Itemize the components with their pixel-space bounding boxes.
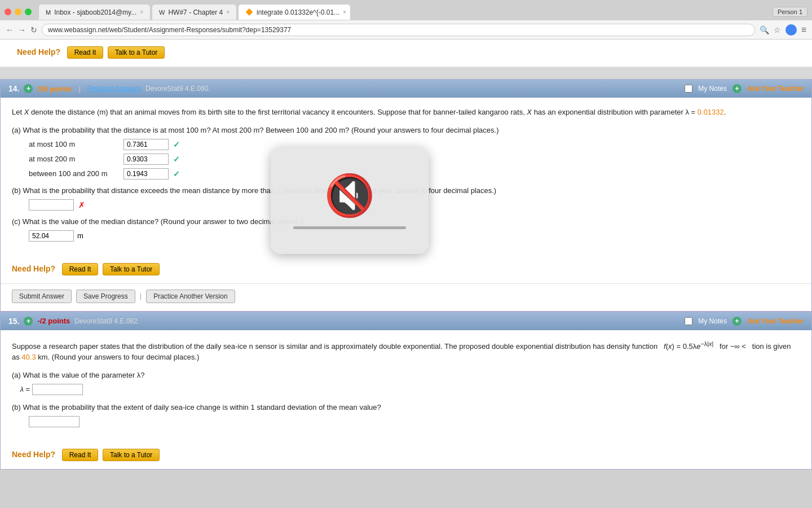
tab-favicon-inbox: M	[46, 9, 51, 16]
top-talk-tutor-button[interactable]: Talk to a Tutor	[108, 46, 165, 59]
search-icon: 🔍	[760, 25, 769, 34]
top-need-help-label: Need Help?	[17, 47, 60, 56]
q15-notes-checkbox[interactable]	[685, 317, 692, 325]
traffic-light-red[interactable]	[5, 8, 11, 15]
q15-lambda-input[interactable]	[32, 384, 83, 395]
q15-part-b: (b) What is the probability that the ext…	[12, 403, 800, 427]
q14-ask-teacher-label[interactable]: Ask Your Teacher	[747, 85, 804, 93]
refresh-button[interactable]: ↻	[30, 25, 37, 34]
tab-integrate[interactable]: 🔶 integrate 0.01332e^{-0.01... ×	[238, 4, 351, 20]
tab-favicon-hw7: W	[159, 9, 165, 16]
q14-lambda-val: 0.01332	[698, 108, 724, 116]
q14-ask-plus-icon[interactable]: +	[732, 84, 742, 93]
mute-volume-bar	[293, 226, 406, 229]
q14-talk-tutor-button[interactable]: Talk to a Tutor	[103, 263, 160, 275]
tab-close-integrate[interactable]: ×	[343, 9, 346, 15]
mute-icon: 🔇	[324, 172, 375, 220]
q15-text-part3: km. (Round your answers to four decimal …	[36, 353, 200, 361]
q15-orange-val: 40.3	[21, 353, 36, 361]
q14-body-text: Let X denote the distance (m) that an an…	[12, 107, 800, 118]
q14-points: 3/5 points	[37, 85, 72, 93]
q14-input-partb[interactable]	[29, 199, 74, 211]
tab-close-inbox[interactable]: ×	[140, 9, 143, 15]
q14-check-between: ✓	[173, 169, 180, 178]
q15-ask-plus-icon[interactable]: +	[732, 317, 742, 326]
q15-read-it-button[interactable]: Read It	[62, 449, 99, 461]
q14-label-between: between 100 and 200 m	[29, 169, 119, 178]
q15-points: -/2 points	[37, 317, 70, 325]
url-box[interactable]: www.webassign.net/web/Student/Assignment…	[42, 24, 755, 36]
q15-number: 15.	[8, 317, 19, 326]
traffic-light-green[interactable]	[25, 8, 32, 15]
q15-body: Suppose a research paper states that the…	[1, 330, 811, 443]
top-read-it-button[interactable]: Read It	[67, 46, 104, 59]
tab-inbox[interactable]: M Inbox - sjaboob2014@my... ×	[38, 4, 151, 20]
question-15-section: 15. + -/2 points DevoreStat9 4.E.062. My…	[0, 312, 812, 470]
q14-practice-button[interactable]: Practice Another Version	[146, 290, 235, 303]
top-need-help-section: Need Help? Read It Talk to a Tutor	[0, 40, 812, 68]
q14-source: DevoreStat9 4.E.060.	[145, 85, 210, 93]
q14-prev-answers[interactable]: Previous Answers	[87, 85, 141, 93]
q15-plus-icon[interactable]: +	[24, 317, 33, 326]
q14-bottom-help: Need Help? Read It Talk to a Tutor	[1, 257, 811, 283]
q14-body-part2: .	[724, 108, 726, 116]
q14-separator: |	[140, 292, 142, 300]
tab-label-integrate: integrate 0.01332e^{-0.01...	[257, 8, 339, 16]
q15-text-part1: Suppose a research paper states that the…	[12, 342, 247, 351]
q14-notes-checkbox[interactable]	[685, 85, 692, 93]
q14-body-part1: Let X denote the distance (m) that an an…	[12, 108, 698, 116]
q14-label-200m: at most 200 m	[29, 155, 119, 163]
q14-input-partc[interactable]	[29, 230, 74, 242]
tab-close-hw7[interactable]: ×	[226, 9, 230, 15]
section-gap-1	[0, 68, 812, 79]
q14-save-button[interactable]: Save Progress	[76, 290, 135, 303]
q14-action-row: Submit Answer Save Progress | Practice A…	[1, 283, 811, 311]
q14-input-100m[interactable]	[123, 139, 169, 150]
question-14-header: 14. + 3/5 points | Previous Answers Devo…	[1, 80, 811, 98]
q14-need-help-label: Need Help?	[12, 264, 55, 273]
q14-pipe: |	[78, 85, 80, 93]
q15-my-notes-label: My Notes	[698, 317, 727, 325]
q15-lambda-row: λ =	[12, 384, 800, 395]
google-icon	[785, 24, 797, 36]
q14-header-right: My Notes + Ask Your Teacher	[685, 84, 804, 93]
tab-favicon-integrate: 🔶	[245, 8, 253, 16]
q14-number: 14.	[8, 84, 19, 93]
q14-check-100m: ✓	[173, 140, 180, 149]
q15-part-b-row	[29, 416, 800, 427]
q14-unit-m: m	[77, 231, 83, 240]
q15-input-partb[interactable]	[29, 416, 80, 427]
q14-my-notes-label: My Notes	[698, 85, 727, 93]
bookmark-icon: ☆	[774, 25, 781, 34]
q15-talk-tutor-button[interactable]: Talk to a Tutor	[103, 449, 160, 461]
q15-need-help-label: Need Help?	[12, 450, 55, 459]
q15-part-b-text: (b) What is the probability that the ext…	[12, 403, 800, 411]
mute-overlay: 🔇	[271, 147, 429, 254]
q15-body-text: Suppose a research paper states that the…	[12, 339, 800, 363]
q15-part-a-text: (a) What is the value of the parameter λ…	[12, 371, 800, 379]
q14-read-it-button[interactable]: Read It	[62, 263, 99, 275]
address-bar: ← → ↻ www.webassign.net/web/Student/Assi…	[0, 20, 812, 40]
q15-header-right: My Notes + Ask Your Teacher	[685, 317, 804, 326]
menu-icon[interactable]: ≡	[801, 25, 806, 35]
q14-input-200m[interactable]	[123, 154, 169, 165]
q14-part-a-text: (a) What is the probability that the dis…	[12, 126, 800, 134]
back-button[interactable]: ←	[6, 25, 14, 34]
q14-input-between[interactable]	[123, 168, 169, 179]
q14-plus-icon[interactable]: +	[24, 84, 33, 93]
person-button[interactable]: Person 1	[773, 7, 807, 17]
forward-button[interactable]: →	[18, 25, 26, 34]
tab-label-hw7: HW#7 - Chapter 4	[168, 8, 223, 16]
q15-ask-teacher-label[interactable]: Ask Your Teacher	[747, 317, 804, 325]
question-15-header: 15. + -/2 points DevoreStat9 4.E.062. My…	[1, 312, 811, 330]
tab-hw7[interactable]: W HW#7 - Chapter 4 ×	[152, 4, 237, 20]
q14-check-200m: ✓	[173, 155, 180, 164]
q15-source: DevoreStat9 4.E.062.	[74, 317, 139, 325]
q15-header-left: 15. + -/2 points DevoreStat9 4.E.062.	[8, 317, 139, 326]
q14-cross-partb: ✗	[78, 200, 85, 209]
traffic-light-yellow[interactable]	[15, 8, 21, 15]
q14-submit-button[interactable]: Submit Answer	[12, 290, 72, 303]
q15-part-a: (a) What is the value of the parameter λ…	[12, 371, 800, 395]
tab-label-inbox: Inbox - sjaboob2014@my...	[54, 8, 136, 16]
q15-lambda-label: λ =	[12, 385, 30, 393]
